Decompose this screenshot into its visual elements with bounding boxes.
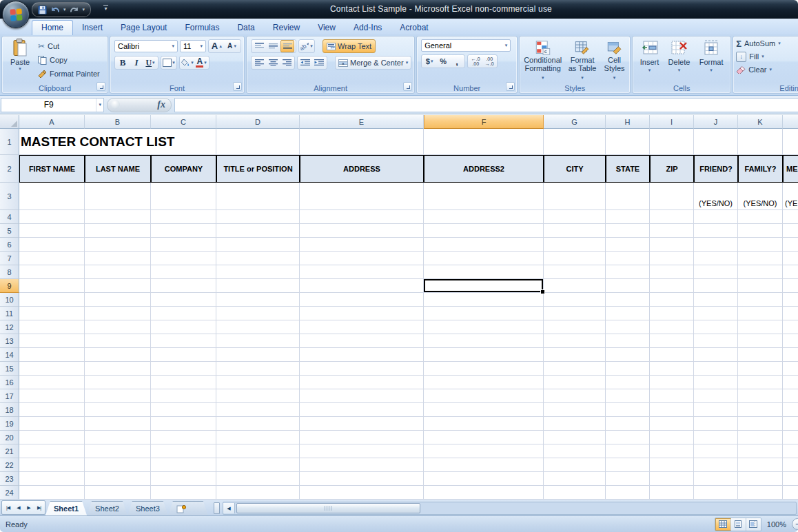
cell-H5[interactable] [606, 224, 650, 238]
row-header-12[interactable]: 12 [0, 320, 19, 334]
cell-G18[interactable] [544, 403, 606, 417]
row-header-16[interactable]: 16 [0, 376, 19, 389]
cell-L2[interactable]: ME [783, 155, 798, 183]
cell-G2[interactable]: CITY [544, 155, 606, 183]
cell-A11[interactable] [19, 307, 85, 320]
ribbon-tab-home[interactable]: Home [32, 20, 73, 35]
cell-F21[interactable] [424, 444, 544, 458]
horizontal-scrollbar-thumb[interactable] [236, 503, 420, 513]
cell-L9[interactable] [783, 279, 798, 293]
cell-L21[interactable] [783, 444, 798, 458]
column-header-E[interactable]: E [300, 115, 424, 129]
cell-J14[interactable] [694, 348, 738, 362]
cell-H17[interactable] [606, 389, 650, 403]
fill-color-button[interactable]: ▾ [181, 57, 194, 68]
cut-button[interactable]: ✂ Cut [38, 41, 100, 52]
next-sheet-icon[interactable]: ▶ [23, 502, 34, 513]
cell-L8[interactable] [783, 265, 798, 279]
cell-J2[interactable]: FRIEND? [694, 155, 738, 183]
cell-C24[interactable] [151, 486, 216, 500]
row-header-14[interactable]: 14 [0, 348, 19, 362]
cell-I17[interactable] [650, 389, 694, 403]
cell-E17[interactable] [300, 389, 424, 403]
cell-C6[interactable] [151, 238, 216, 252]
row-header-18[interactable]: 18 [0, 403, 19, 417]
cell-B14[interactable] [85, 348, 151, 362]
cell-A17[interactable] [19, 389, 85, 403]
paste-dropdown-icon[interactable]: ▾ [19, 66, 21, 72]
cell-C8[interactable] [151, 265, 216, 279]
cell-H20[interactable] [606, 431, 650, 444]
cell-J17[interactable] [694, 389, 738, 403]
cell-J12[interactable] [694, 320, 738, 334]
cell-B4[interactable] [85, 210, 151, 224]
cell-A18[interactable] [19, 403, 85, 417]
cell-E1[interactable] [300, 129, 424, 155]
cell-F4[interactable] [424, 210, 544, 224]
cell-K21[interactable] [738, 444, 783, 458]
cell-F19[interactable] [424, 417, 544, 431]
cell-C11[interactable] [151, 307, 216, 320]
cell-F12[interactable] [424, 320, 544, 334]
cell-G5[interactable] [544, 224, 606, 238]
cell-I11[interactable] [650, 307, 694, 320]
cell-I4[interactable] [650, 210, 694, 224]
cell-A23[interactable] [19, 472, 85, 486]
cell-K4[interactable] [738, 210, 783, 224]
cell-F20[interactable] [424, 431, 544, 444]
cell-K12[interactable] [738, 320, 783, 334]
shrink-font-button[interactable]: A▼ [226, 41, 238, 52]
cell-I20[interactable] [650, 431, 694, 444]
cell-E13[interactable] [300, 334, 424, 348]
row-header-24[interactable]: 24 [0, 486, 19, 500]
cell-F11[interactable] [424, 307, 544, 320]
format-cells-button[interactable]: Format▾ [699, 37, 724, 83]
row-header-15[interactable]: 15 [0, 362, 19, 376]
cell-H15[interactable] [606, 362, 650, 376]
cell-E8[interactable] [300, 265, 424, 279]
cell-F15[interactable] [424, 362, 544, 376]
cell-I3[interactable] [650, 183, 694, 210]
cell-A10[interactable] [19, 293, 85, 307]
cell-L1[interactable] [783, 129, 798, 155]
cell-E7[interactable] [300, 252, 424, 265]
cell-I24[interactable] [650, 486, 694, 500]
cell-L17[interactable] [783, 389, 798, 403]
cell-H3[interactable] [606, 183, 650, 210]
cell-L20[interactable] [783, 431, 798, 444]
clipboard-dialog-launcher[interactable] [96, 82, 105, 91]
cell-E18[interactable] [300, 403, 424, 417]
save-icon[interactable] [38, 4, 47, 15]
insert-worksheet-button[interactable] [168, 501, 208, 515]
cell-L18[interactable] [783, 403, 798, 417]
cell-I23[interactable] [650, 472, 694, 486]
cell-E14[interactable] [300, 348, 424, 362]
select-all-corner[interactable] [0, 115, 19, 129]
cell-B22[interactable] [85, 458, 151, 472]
cell-J8[interactable] [694, 265, 738, 279]
cell-G15[interactable] [544, 362, 606, 376]
sheet-tab-sheet3[interactable]: Sheet3 [127, 501, 168, 515]
cell-A5[interactable] [19, 224, 85, 238]
cell-F13[interactable] [424, 334, 544, 348]
fill-button[interactable]: ↓ Fill▾ [736, 50, 798, 63]
row-header-3[interactable]: 3 [0, 183, 19, 210]
cell-H11[interactable] [606, 307, 650, 320]
cell-K6[interactable] [738, 238, 783, 252]
row-header-2[interactable]: 2 [0, 155, 19, 183]
cell-D17[interactable] [216, 389, 300, 403]
column-header-J[interactable]: J [694, 115, 738, 129]
row-header-21[interactable]: 21 [0, 444, 19, 458]
cell-J24[interactable] [694, 486, 738, 500]
cell-A2[interactable]: FIRST NAME [19, 155, 85, 183]
ribbon-tab-add-ins[interactable]: Add-Ins [345, 21, 391, 34]
cell-E3[interactable] [300, 183, 424, 210]
cell-F1[interactable] [424, 129, 544, 155]
cell-I1[interactable] [650, 129, 694, 155]
cell-K16[interactable] [738, 376, 783, 389]
cell-J23[interactable] [694, 472, 738, 486]
cell-B21[interactable] [85, 444, 151, 458]
cell-J13[interactable] [694, 334, 738, 348]
cell-G7[interactable] [544, 252, 606, 265]
zoom-out-button[interactable]: − [792, 518, 798, 530]
